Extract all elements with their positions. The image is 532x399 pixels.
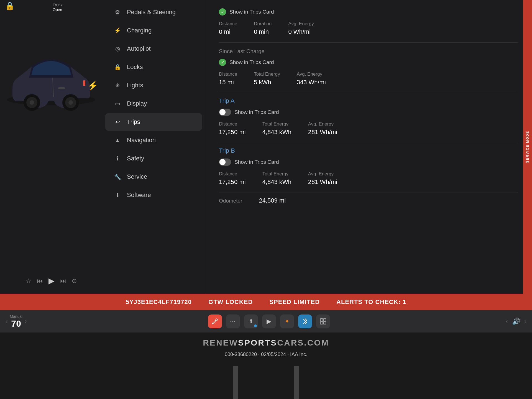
trunk-status: Trunk Open bbox=[53, 3, 62, 12]
odometer-value: 24,509 mi bbox=[259, 197, 286, 204]
software-icon: ⬇ bbox=[114, 191, 121, 199]
trip-a-show-label: Show in Trips Card bbox=[234, 109, 279, 115]
speed-left-arrow[interactable]: ‹ bbox=[6, 318, 7, 325]
below-screen: RENEWSPORTSCARS.COM 000-38680220 · 02/05… bbox=[0, 332, 532, 399]
trip-b-distance-label: Distance bbox=[219, 171, 246, 177]
odometer-label: Odometer bbox=[219, 198, 242, 204]
car-silhouette bbox=[4, 44, 98, 116]
video-icon-btn[interactable]: ▶ bbox=[262, 314, 276, 328]
sidebar-item-charging[interactable]: ⚡ Charging bbox=[105, 22, 202, 39]
svg-rect-12 bbox=[323, 319, 326, 321]
info-icon-btn[interactable]: ℹ bbox=[244, 314, 258, 328]
grid-icon-btn[interactable] bbox=[316, 314, 330, 328]
locks-label: Locks bbox=[127, 63, 143, 71]
divider-4 bbox=[219, 193, 518, 193]
trip-a-show-row: Show in Trips Card bbox=[219, 109, 518, 116]
games-icon-btn[interactable]: ✦ bbox=[280, 314, 294, 328]
speed-right-arrow[interactable]: › bbox=[25, 318, 27, 325]
taskbar-left-nav[interactable]: ‹ bbox=[506, 318, 508, 325]
display-label: Display bbox=[127, 100, 147, 107]
speed-display: ‹ Manual 70 › bbox=[6, 314, 27, 329]
play-button[interactable]: ▶ bbox=[48, 276, 55, 285]
trips-label: Trips bbox=[127, 118, 140, 126]
slc-total-energy-label: Total Energy bbox=[254, 71, 280, 77]
screwdriver-icon-btn[interactable] bbox=[208, 314, 222, 328]
prev-button[interactable]: ⏮ bbox=[37, 277, 43, 285]
bottom-info-text: 000-38680220 · 02/05/2024 · IAA Inc. bbox=[225, 352, 307, 357]
charging-label: Charging bbox=[127, 27, 152, 34]
sidebar-item-display[interactable]: ▭ Display bbox=[105, 95, 202, 112]
star-button[interactable]: ☆ bbox=[26, 277, 31, 285]
slc-distance-value: 15 mi bbox=[219, 79, 237, 86]
car-image-area: 🔒 Trunk Open bbox=[0, 0, 103, 161]
trip-b-toggle[interactable] bbox=[219, 158, 231, 166]
watermark-sports: SPORTS bbox=[238, 338, 277, 347]
volume-icon[interactable]: 🔊 bbox=[512, 318, 520, 325]
svg-rect-14 bbox=[323, 322, 326, 324]
trip-a-title[interactable]: Trip A bbox=[219, 97, 518, 104]
trip-b-avg-energy: Avg. Energy 281 Wh/mi bbox=[308, 171, 337, 186]
sidebar-item-software[interactable]: ⬇ Software bbox=[105, 186, 202, 204]
sidebar-item-autopilot[interactable]: ◎ Autopilot bbox=[105, 40, 202, 58]
taskbar-right-controls: ‹ 🔊 › bbox=[506, 318, 526, 325]
lights-icon: ✳ bbox=[114, 81, 121, 89]
trip-b-stats: Distance 17,250 mi Total Energy 4,843 kW… bbox=[219, 171, 518, 186]
slc-avg-energy-value: 343 Wh/mi bbox=[297, 79, 326, 86]
service-mode-text: SERVICE MODE bbox=[526, 131, 530, 163]
last-trip-checkbox[interactable]: ✓ bbox=[219, 8, 226, 16]
svg-rect-8 bbox=[83, 80, 85, 86]
last-trip-distance: Distance 0 mi bbox=[219, 21, 237, 35]
alert-bar: 5YJ3E1EC4LF719720 GTW LOCKED SPEED LIMIT… bbox=[0, 294, 532, 310]
main-screen: 🔒 Trunk Open bbox=[0, 0, 532, 294]
last-trip-stats: Distance 0 mi Duration 0 min Avg. Energy… bbox=[219, 21, 518, 35]
monitor-stands bbox=[0, 366, 532, 399]
since-last-charge-show-row: ✓ Show in Trips Card bbox=[219, 59, 518, 66]
since-last-charge-checkbox[interactable]: ✓ bbox=[219, 59, 226, 66]
lock-icon: 🔒 bbox=[5, 1, 15, 11]
divider-3 bbox=[219, 143, 518, 143]
sidebar-item-lights[interactable]: ✳ Lights bbox=[105, 76, 202, 94]
sidebar-item-trips[interactable]: ↩ Trips bbox=[105, 113, 202, 131]
charging-bolt-icon: ⚡ bbox=[87, 80, 98, 91]
last-trip-duration-value: 0 min bbox=[254, 28, 272, 35]
watermark-renew: RENEW bbox=[203, 338, 238, 347]
next-button[interactable]: ⏭ bbox=[60, 277, 66, 285]
taskbar-right-nav[interactable]: › bbox=[525, 318, 526, 325]
alerts-text: ALERTS TO CHECK: 1 bbox=[336, 298, 406, 306]
trip-b-title[interactable]: Trip B bbox=[219, 147, 518, 154]
navigation-icon: ▲ bbox=[114, 136, 121, 144]
watermark-cars: CARS.COM bbox=[277, 338, 329, 347]
taskbar-icons-group: ··· ℹ ▶ ✦ bbox=[35, 314, 503, 328]
trip-b-avg-energy-value: 281 Wh/mi bbox=[308, 178, 337, 186]
gtw-text: GTW LOCKED bbox=[208, 298, 253, 306]
slc-avg-energy-label: Avg. Energy bbox=[297, 71, 326, 77]
trip-b-show-label: Show in Trips Card bbox=[234, 159, 279, 165]
slc-distance: Distance 15 mi bbox=[219, 71, 237, 86]
trip-b-avg-energy-label: Avg. Energy bbox=[308, 171, 337, 177]
sidebar-item-safety[interactable]: ℹ Safety bbox=[105, 150, 202, 167]
sidebar-item-navigation[interactable]: ▲ Navigation bbox=[105, 131, 202, 149]
service-mode-bar: SERVICE MODE bbox=[523, 0, 532, 294]
sidebar-item-service[interactable]: 🔧 Service bbox=[105, 168, 202, 186]
trip-a-toggle[interactable] bbox=[219, 109, 231, 116]
bluetooth-icon-btn[interactable] bbox=[298, 314, 312, 328]
trip-a-avg-energy: Avg. Energy 281 Wh/mi bbox=[308, 121, 337, 136]
cast-button[interactable]: ⊙ bbox=[72, 277, 77, 285]
stand-left bbox=[233, 366, 238, 399]
last-trip-show-row: ✓ Show in Trips Card bbox=[219, 8, 518, 16]
pedals-icon: ⚙ bbox=[114, 8, 121, 16]
divider-1 bbox=[219, 42, 518, 43]
sidebar-item-locks[interactable]: 🔒 Locks bbox=[105, 58, 202, 76]
svg-rect-11 bbox=[320, 319, 323, 321]
sidebar-item-pedals-steering[interactable]: ⚙ Pedals & Steering bbox=[105, 3, 202, 21]
speed-text: SPEED LIMITED bbox=[269, 298, 320, 306]
notification-dot bbox=[254, 324, 257, 327]
safety-icon: ℹ bbox=[114, 155, 121, 162]
slc-total-energy: Total Energy 5 kWh bbox=[254, 71, 280, 86]
trip-a-distance-value: 17,250 mi bbox=[219, 129, 246, 136]
last-trip-avg-energy-label: Avg. Energy bbox=[288, 21, 314, 27]
service-icon: 🔧 bbox=[114, 173, 121, 181]
more-options-btn[interactable]: ··· bbox=[226, 314, 240, 328]
manual-label: Manual bbox=[10, 314, 22, 319]
locks-icon: 🔒 bbox=[114, 63, 121, 71]
